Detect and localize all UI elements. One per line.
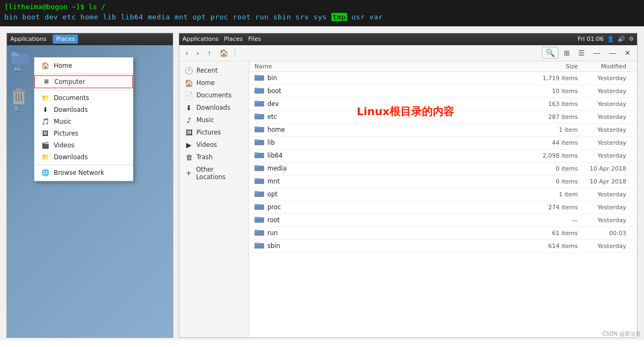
table-row[interactable]: run 61 items 00:03: [249, 227, 637, 240]
forward-button[interactable]: ›: [193, 47, 202, 59]
table-row[interactable]: sbin 614 items Yesterday: [249, 240, 637, 253]
folder-icon: [254, 112, 264, 122]
settings-icon[interactable]: ⚙: [628, 36, 634, 43]
volume-icon[interactable]: 🔊: [618, 36, 625, 43]
table-row[interactable]: etc 287 items Yesterday: [249, 111, 637, 124]
places-documents[interactable]: 📁 Documents: [34, 92, 133, 104]
fm-menu-places[interactable]: Places: [224, 36, 243, 43]
user-icon[interactable]: 👤: [607, 36, 614, 43]
fm-body: 🕐 Recent 🏠 Home 📄 Documents ⬇ Downloads …: [179, 61, 637, 337]
table-row[interactable]: bin 1,719 items Yesterday: [249, 72, 637, 85]
trash-icon-label: Tr...: [15, 107, 23, 112]
sidebar-item-videos[interactable]: ▶ Videos: [179, 139, 249, 151]
places-videos[interactable]: 🎬 Videos: [34, 139, 133, 151]
sidebar-item-other[interactable]: + Other Locations: [179, 164, 249, 183]
svg-rect-8: [16, 88, 22, 91]
terminal-dir: boot: [22, 13, 40, 21]
file-name: etc: [267, 113, 277, 121]
row-name: home: [254, 125, 524, 134]
terminal-section: [litheima@bogon ~]$ ls / bin boot dev et…: [0, 0, 644, 26]
sidebar-item-recent[interactable]: 🕐 Recent: [179, 65, 249, 77]
folder-icon: [254, 216, 264, 225]
table-row[interactable]: boot 10 items Yesterday: [249, 85, 637, 98]
terminal-dir: root: [233, 13, 251, 21]
places-music[interactable]: 🎵 Music: [34, 116, 133, 128]
list-view-button[interactable]: ☰: [575, 47, 588, 59]
file-name: home: [267, 126, 285, 133]
close-button[interactable]: ✕: [621, 47, 634, 59]
up-button[interactable]: ↑: [204, 47, 215, 59]
file-modified: Yesterday: [578, 204, 632, 211]
places-downloads2[interactable]: 📁 Downloads: [34, 151, 133, 163]
row-name: lib: [254, 138, 524, 147]
terminal-dir: srv: [295, 13, 309, 21]
table-row[interactable]: proc 274 items Yesterday: [249, 201, 637, 214]
file-name: mnt: [267, 178, 280, 185]
svg-rect-30: [254, 204, 258, 206]
downloads-sidebar-icon: ⬇: [185, 104, 193, 112]
sidebar-item-trash[interactable]: 🗑 Trash: [179, 151, 249, 164]
table-row[interactable]: lib64 2,098 items Yesterday: [249, 150, 637, 162]
terminal-dirs: bin boot dev etc home lib lib64 media mn…: [4, 12, 640, 23]
terminal-dir: opt: [193, 13, 206, 21]
table-row[interactable]: dev 163 items Yesterday: [249, 98, 637, 111]
downloads2-menu-icon: 📁: [41, 153, 49, 161]
sidebar-item-music[interactable]: ♪ Music: [179, 114, 249, 126]
pictures-sidebar-icon: 🖼: [185, 129, 193, 137]
svg-rect-12: [254, 88, 258, 90]
file-name: sbin: [267, 242, 280, 250]
terminal-dir: mnt: [174, 13, 188, 21]
places-home[interactable]: 🏠 Home: [34, 60, 133, 72]
applications-menu[interactable]: Applications: [10, 36, 46, 43]
search-button[interactable]: 🔍: [542, 47, 558, 59]
row-name: proc: [254, 203, 524, 212]
row-name: lib64: [254, 151, 524, 160]
svg-rect-4: [16, 94, 17, 101]
back-button[interactable]: ‹: [182, 47, 191, 59]
table-row[interactable]: opt 1 item Yesterday: [249, 188, 637, 201]
folder-icon: [254, 100, 264, 109]
fm-sidebar: 🕐 Recent 🏠 Home 📄 Documents ⬇ Downloads …: [179, 61, 249, 337]
fm-topbar-right: Fri 01:06 👤 🔊 ⚙: [578, 36, 634, 43]
view3-button[interactable]: —: [590, 47, 604, 59]
terminal-dir: lib: [103, 13, 116, 21]
home-button[interactable]: 🏠: [216, 47, 231, 59]
sidebar-item-downloads[interactable]: ⬇ Downloads: [179, 102, 249, 114]
sidebar-item-pictures[interactable]: 🖼 Pictures: [179, 126, 249, 139]
sidebar-item-documents[interactable]: 📄 Documents: [179, 89, 249, 102]
svg-rect-20: [254, 139, 258, 141]
places-dropdown: 🏠 Home 🖥 Computer 📁 Documents ⬇ Download…: [34, 57, 133, 181]
sidebar-home-label: Home: [196, 79, 215, 87]
file-size: 10 items: [524, 88, 578, 95]
fm-menu-files[interactable]: Files: [248, 36, 261, 43]
places-computer[interactable]: 🖥 Computer: [34, 75, 133, 88]
file-modified: Yesterday: [578, 75, 632, 82]
minimize-button[interactable]: —: [606, 47, 619, 59]
icon-view-button[interactable]: ⊞: [561, 47, 573, 59]
home-desktop-icon[interactable]: Ho...: [11, 51, 29, 72]
music-menu-icon: 🎵: [41, 118, 49, 125]
places-menu-trigger[interactable]: Places: [53, 34, 78, 44]
row-name: sbin: [254, 242, 524, 251]
table-row[interactable]: lib 44 items Yesterday: [249, 137, 637, 150]
file-modified: 10 Apr 2018: [578, 178, 632, 185]
highlighted-dir: tmp: [331, 13, 347, 21]
places-pictures[interactable]: 🖼 Pictures: [34, 128, 133, 139]
places-downloads[interactable]: ⬇ Downloads: [34, 104, 133, 116]
table-row[interactable]: mnt 0 items 10 Apr 2018: [249, 175, 637, 188]
fm-clock: Fri 01:06: [578, 36, 604, 43]
fm-content-header: Name Size Modified: [249, 61, 637, 72]
row-name: root: [254, 216, 524, 225]
home-menu-icon: 🏠: [41, 62, 49, 69]
menu-divider-2: [34, 90, 133, 90]
fm-rows-container: bin 1,719 items Yesterday boot 10 items …: [249, 72, 637, 253]
places-downloads2-label: Downloads: [54, 153, 88, 161]
table-row[interactable]: media 0 items 10 Apr 2018: [249, 162, 637, 175]
trash-desktop-icon[interactable]: Tr...: [11, 88, 26, 112]
fm-menu-applications[interactable]: Applications: [182, 36, 218, 43]
table-row[interactable]: root — Yesterday: [249, 214, 637, 227]
places-browse-network[interactable]: 🌐 Browse Network: [34, 167, 133, 179]
sidebar-item-home[interactable]: 🏠 Home: [179, 77, 249, 89]
svg-rect-24: [254, 165, 258, 167]
table-row[interactable]: home 1 item Yesterday: [249, 124, 637, 137]
